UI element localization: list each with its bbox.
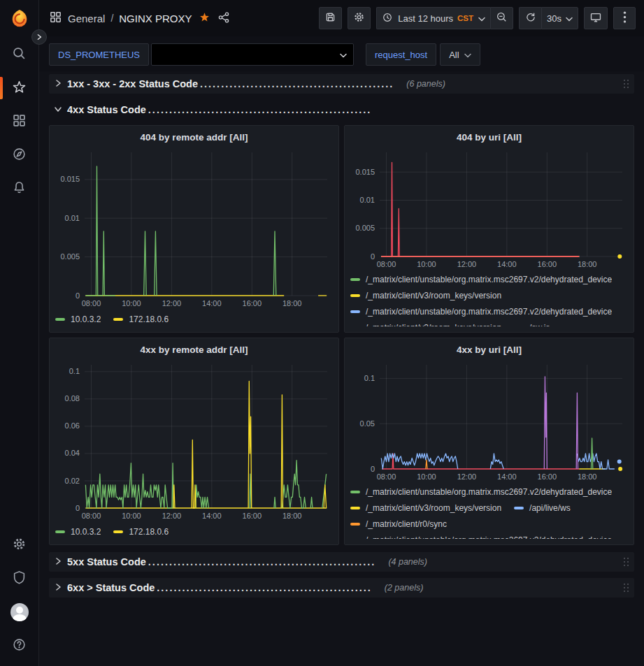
favorite-star-button[interactable] <box>199 11 210 25</box>
row-6xx-status-code[interactable]: 6xx > Status Code ......................… <box>49 578 634 598</box>
time-series-chart[interactable]: 00.050.108:0010:0012:0014:0016:0018:00 <box>350 358 628 483</box>
chart-legend: /_matrix/client/unstable/org.matrix.msc2… <box>350 270 628 326</box>
legend-item[interactable]: /_matrix/client/unstable/org.matrix.msc2… <box>350 534 612 539</box>
svg-text:0.04: 0.04 <box>65 449 80 457</box>
svg-text:08:00: 08:00 <box>82 512 101 520</box>
chevron-right-icon <box>54 78 62 90</box>
breadcrumb-section[interactable]: General <box>68 13 105 24</box>
panel-title[interactable]: 4xx by uri [All] <box>350 341 628 358</box>
monitor-icon <box>589 11 602 26</box>
svg-text:18:00: 18:00 <box>282 512 302 520</box>
sidebar-item-help[interactable] <box>0 629 38 663</box>
svg-text:14:00: 14:00 <box>202 512 222 520</box>
legend-item[interactable]: /_matrix/client/r0/sync <box>350 518 447 530</box>
sidebar-item-dashboards[interactable] <box>0 105 38 138</box>
legend-swatch <box>350 539 360 540</box>
legend-swatch <box>350 523 360 526</box>
chart-canvas: 00.0050.010.01508:0010:0012:0014:0016:00… <box>55 145 333 310</box>
time-range-picker[interactable]: Last 12 hours CST <box>376 7 490 29</box>
row-drag-handle[interactable] <box>622 78 630 89</box>
legend-label: 172.18.0.6 <box>129 314 169 324</box>
request-host-select[interactable]: All <box>440 43 480 66</box>
chevron-down-icon <box>54 103 62 116</box>
row-panel-count: (2 panels) <box>385 583 424 593</box>
save-dashboard-button[interactable] <box>319 7 342 29</box>
legend-item[interactable]: 10.0.3.2 <box>55 314 101 326</box>
avatar <box>10 603 29 621</box>
panel-404-by-uri: 404 by uri [All] 00.0050.010.01508:0010:… <box>344 125 634 333</box>
legend-label: /_matrix/client/unstable/org.matrix.msc2… <box>366 307 612 317</box>
legend-item[interactable]: 10.0.3.2 <box>55 526 101 538</box>
legend-label: 172.18.0.6 <box>129 527 169 537</box>
topbar-actions: Last 12 hours CST <box>319 7 636 29</box>
sidebar-expand-toggle[interactable] <box>31 29 47 45</box>
svg-text:0.1: 0.1 <box>364 374 375 382</box>
legend-item[interactable]: /sw.js <box>514 321 550 326</box>
svg-text:18:00: 18:00 <box>282 299 302 307</box>
legend-item[interactable]: /_matrix/client/v3/room_keys/version <box>350 502 501 514</box>
row-1xx-3xx-2xx-status-code[interactable]: 1xx - 3xx - 2xx Status Code ............… <box>49 74 634 94</box>
panel-title[interactable]: 404 by uri [All] <box>350 129 628 145</box>
svg-text:0.015: 0.015 <box>355 168 375 176</box>
legend-item[interactable]: /_matrix/client/unstable/org.matrix.msc2… <box>350 486 612 498</box>
panel-title[interactable]: 404 by remote addr [All] <box>55 129 333 145</box>
cycle-view-mode-button[interactable] <box>584 7 608 29</box>
share-button[interactable] <box>217 11 230 26</box>
row-drag-handle[interactable] <box>622 582 630 593</box>
more-options-kebab-button[interactable] <box>613 7 636 29</box>
panel-grid: 404 by remote addr [All] 00.0050.010.015… <box>49 125 634 545</box>
svg-text:08:00: 08:00 <box>82 299 101 307</box>
row-title: 4xx Status Code <box>67 104 146 115</box>
row-5xx-status-code[interactable]: 5xx Status Code ........................… <box>49 552 634 572</box>
svg-text:0.02: 0.02 <box>65 477 80 485</box>
panel-title[interactable]: 4xx by remote addr [All] <box>55 341 333 358</box>
chart-canvas: 00.0050.010.01508:0010:0012:0014:0016:00… <box>350 145 628 270</box>
svg-text:16:00: 16:00 <box>538 260 557 268</box>
variable-label-ds-prometheus[interactable]: DS_PROMETHEUS <box>49 43 149 66</box>
svg-text:12:00: 12:00 <box>457 260 477 268</box>
row-drag-handle[interactable] <box>622 556 630 567</box>
time-series-chart[interactable]: 00.020.040.060.080.108:0010:0012:0014:00… <box>55 358 333 522</box>
sidebar-item-starred[interactable] <box>0 71 38 105</box>
sidebar-item-configuration[interactable] <box>0 528 38 562</box>
time-series-chart[interactable]: 00.0050.010.01508:0010:0012:0014:0016:00… <box>350 145 628 270</box>
refresh-interval-picker[interactable]: 30s <box>541 7 578 29</box>
legend-item[interactable]: /_matrix/client/unstable/org.matrix.msc2… <box>350 305 612 317</box>
variable-label-request-host[interactable]: request_host <box>366 43 436 66</box>
row-4xx-status-code[interactable]: 4xx Status Code ........................… <box>49 100 634 120</box>
dashboard-title[interactable]: NGINX PROXY <box>119 13 192 24</box>
chart-canvas: 00.050.108:0010:0012:0014:0016:0018:00 <box>350 358 628 483</box>
legend-item[interactable]: 172.18.0.6 <box>113 526 169 538</box>
timezone-label: CST <box>457 14 473 22</box>
legend-swatch <box>113 318 123 321</box>
legend-item[interactable]: /_matrix/client/v3/room_keys/version <box>350 321 501 326</box>
sidebar-item-alerting[interactable] <box>0 172 38 205</box>
legend-label: 10.0.3.2 <box>71 527 101 537</box>
svg-text:10:00: 10:00 <box>417 472 436 481</box>
legend-swatch <box>350 278 360 281</box>
sidebar-item-explore[interactable] <box>0 138 38 172</box>
legend-item[interactable]: /_matrix/client/unstable/org.matrix.msc2… <box>350 273 612 285</box>
legend-swatch <box>350 310 360 313</box>
bell-icon <box>12 180 27 198</box>
zoom-out-time-button[interactable] <box>490 7 513 29</box>
legend-item[interactable]: 172.18.0.6 <box>113 314 169 326</box>
sidebar-item-search[interactable] <box>0 38 38 71</box>
legend-item[interactable]: /api/live/ws <box>514 502 571 514</box>
dashboard-settings-button[interactable] <box>348 7 371 29</box>
refresh-button[interactable] <box>519 7 541 29</box>
search-icon <box>12 46 27 64</box>
sidebar-item-server-admin[interactable] <box>0 562 38 595</box>
legend-item[interactable]: /_matrix/client/v3/room_keys/version <box>350 289 501 301</box>
sidebar-item-profile[interactable] <box>0 595 38 629</box>
legend-swatch <box>514 326 524 327</box>
svg-text:10:00: 10:00 <box>417 260 436 268</box>
svg-text:10:00: 10:00 <box>122 299 141 307</box>
svg-text:14:00: 14:00 <box>497 260 517 268</box>
time-series-chart[interactable]: 00.0050.010.01508:0010:0012:0014:0016:00… <box>55 145 333 310</box>
svg-text:0.1: 0.1 <box>69 367 80 375</box>
datasource-select[interactable] <box>151 43 354 66</box>
row-title: 1xx - 3xx - 2xx Status Code <box>67 78 198 89</box>
row-title: 6xx > Status Code <box>67 582 155 593</box>
sidebar <box>0 0 39 666</box>
